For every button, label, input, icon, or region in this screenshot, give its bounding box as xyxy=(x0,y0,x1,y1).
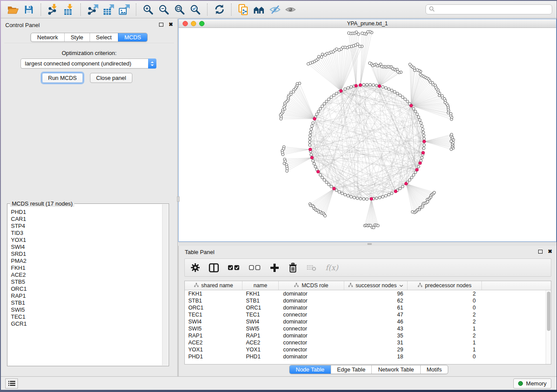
network-node[interactable] xyxy=(350,196,353,198)
cell-name[interactable]: STB1 xyxy=(242,297,279,304)
network-node[interactable] xyxy=(375,197,378,199)
duplicate-network-icon[interactable] xyxy=(235,3,251,16)
network-leaf-node[interactable] xyxy=(324,214,326,217)
settings-icon[interactable] xyxy=(191,263,200,272)
network-node[interactable] xyxy=(366,83,368,86)
mcds-node[interactable] xyxy=(422,151,425,155)
tab-mcds[interactable]: MCDS xyxy=(118,33,147,41)
network-node[interactable] xyxy=(311,159,314,162)
cell-MCDS-role[interactable]: dominator xyxy=(279,290,344,297)
network-node[interactable] xyxy=(321,105,324,107)
table-row[interactable]: ACE2ACE2connector311 xyxy=(185,339,546,346)
network-node[interactable] xyxy=(363,83,365,86)
network-node[interactable] xyxy=(422,147,425,150)
network-node[interactable] xyxy=(323,179,325,181)
network-node[interactable] xyxy=(423,138,426,140)
cell-predecessor-nodes[interactable]: 1 xyxy=(408,346,482,353)
network-node[interactable] xyxy=(335,189,338,192)
export-image-icon[interactable] xyxy=(116,3,132,16)
mcds-node[interactable] xyxy=(309,148,312,151)
mcds-result-item[interactable]: YOX1 xyxy=(8,237,162,244)
network-node[interactable] xyxy=(375,84,378,87)
mcds-result-item[interactable]: TEC1 xyxy=(8,313,162,320)
network-leaf-node[interactable] xyxy=(377,224,379,227)
network-leaf-node[interactable] xyxy=(318,55,320,58)
cell-predecessor-nodes[interactable]: 1 xyxy=(408,339,482,346)
cell-MCDS-role[interactable]: connector xyxy=(279,339,344,346)
network-node[interactable] xyxy=(378,196,381,199)
column-header-MCDS-role[interactable]: MCDS role xyxy=(279,281,344,290)
cell-predecessor-nodes[interactable]: 2 xyxy=(408,290,482,297)
network-node[interactable] xyxy=(309,131,312,134)
cell-shared-name[interactable]: TEC1 xyxy=(185,311,242,318)
network-node[interactable] xyxy=(359,197,362,200)
cell-name[interactable]: ORC1 xyxy=(242,304,279,311)
network-leaf-node[interactable] xyxy=(321,53,324,55)
network-canvas[interactable] xyxy=(179,28,556,241)
cell-name[interactable]: TEC1 xyxy=(242,311,279,318)
mcds-node[interactable] xyxy=(405,182,408,185)
network-node[interactable] xyxy=(353,196,356,199)
cell-MCDS-role[interactable]: dominator xyxy=(279,304,344,311)
export-table-icon[interactable] xyxy=(100,3,116,16)
mcds-node[interactable] xyxy=(378,85,381,88)
mcds-node[interactable] xyxy=(332,187,336,190)
table-row[interactable]: RAP1RAP1dominator352 xyxy=(185,332,546,339)
network-node[interactable] xyxy=(325,181,328,184)
export-network-icon[interactable] xyxy=(85,3,100,16)
mcds-result-item[interactable]: SWI4 xyxy=(8,244,162,251)
network-node[interactable] xyxy=(401,185,404,188)
network-node[interactable] xyxy=(417,116,420,118)
mcds-result-item[interactable]: STP4 xyxy=(8,223,162,230)
mcds-node[interactable] xyxy=(394,190,397,193)
network-node[interactable] xyxy=(422,128,424,131)
cell-predecessor-nodes[interactable]: 0 xyxy=(408,353,482,360)
cell-successor-nodes[interactable]: 18 xyxy=(344,353,408,360)
network-node[interactable] xyxy=(422,134,425,137)
cell-predecessor-nodes[interactable]: 2 xyxy=(408,311,482,318)
network-node[interactable] xyxy=(310,153,312,156)
column-header-shared-name[interactable]: shared name xyxy=(185,281,242,290)
network-node[interactable] xyxy=(408,179,411,181)
cell-successor-nodes[interactable]: 31 xyxy=(344,339,408,346)
network-node[interactable] xyxy=(330,185,332,188)
network-node[interactable] xyxy=(419,119,421,121)
network-node[interactable] xyxy=(422,131,425,134)
table-row[interactable]: SWI5SWI5connector431 xyxy=(185,325,546,332)
network-node[interactable] xyxy=(396,92,399,95)
mcds-result-item[interactable]: SRD1 xyxy=(8,251,162,258)
cell-name[interactable]: SWI4 xyxy=(242,318,279,325)
tab-network-table[interactable]: Network Table xyxy=(371,365,420,374)
network-node[interactable] xyxy=(399,94,401,96)
mcds-node[interactable] xyxy=(410,104,413,107)
network-node[interactable] xyxy=(421,156,423,159)
import-network-icon[interactable] xyxy=(45,3,61,16)
delete-columns-icon[interactable] xyxy=(288,263,298,273)
mcds-result-item[interactable]: RAP1 xyxy=(8,292,162,299)
cell-successor-nodes[interactable]: 46 xyxy=(344,318,408,325)
mcds-node[interactable] xyxy=(317,170,320,173)
table-row[interactable]: TEC1TEC1connector472 xyxy=(185,311,546,318)
first-neighbors-icon[interactable] xyxy=(251,3,267,16)
result-list-scrollbar[interactable] xyxy=(162,204,168,365)
network-node[interactable] xyxy=(420,122,422,124)
column-header-successor-nodes[interactable]: successor nodes xyxy=(344,281,408,290)
cell-successor-nodes[interactable]: 43 xyxy=(344,325,408,332)
cell-name[interactable]: ACE2 xyxy=(242,339,279,346)
cell-name[interactable]: FKH1 xyxy=(242,290,279,297)
network-leaf-node[interactable] xyxy=(320,56,323,58)
network-node[interactable] xyxy=(410,176,413,179)
network-node[interactable] xyxy=(412,107,415,110)
cell-shared-name[interactable]: YOX1 xyxy=(185,346,242,353)
cell-MCDS-role[interactable]: dominator xyxy=(279,353,344,360)
close-panel-icon[interactable]: ✖ xyxy=(548,249,552,254)
network-node[interactable] xyxy=(381,196,384,198)
cell-shared-name[interactable]: ACE2 xyxy=(185,339,242,346)
table-row[interactable]: ORC1ORC1dominator610 xyxy=(185,304,546,311)
table-row[interactable]: FKH1FKH1dominator962 xyxy=(185,290,546,297)
mcds-result-item[interactable]: TID3 xyxy=(8,230,162,237)
network-leaf-node[interactable] xyxy=(357,33,360,35)
mcds-node[interactable] xyxy=(415,168,419,171)
cell-predecessor-nodes[interactable]: 2 xyxy=(408,332,482,339)
network-leaf-node[interactable] xyxy=(450,133,453,136)
